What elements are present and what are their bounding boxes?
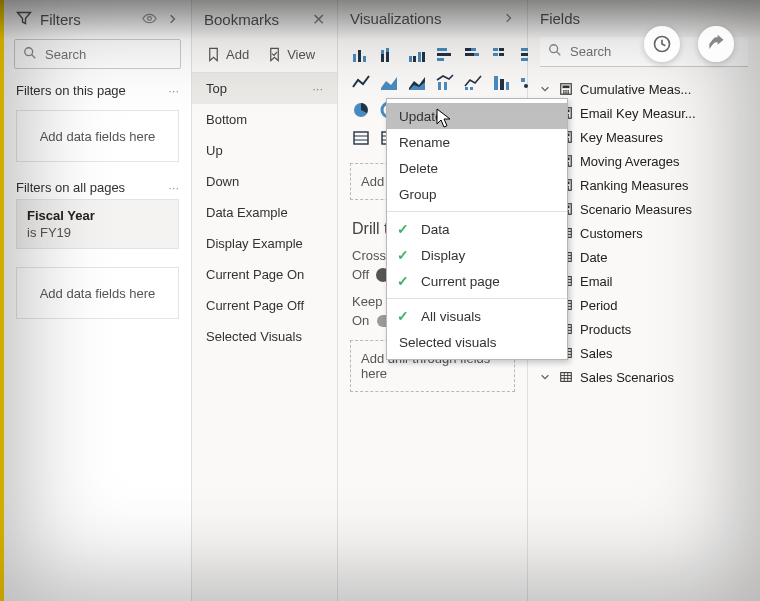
filters-all-pages-dropzone[interactable]: Add data fields here [16, 267, 179, 319]
viz-type-icon[interactable] [462, 43, 484, 65]
context-menu-label: Delete [399, 161, 438, 176]
field-label: Date [580, 250, 748, 265]
share-button[interactable] [698, 26, 734, 62]
context-menu-label: Data [421, 222, 450, 237]
viz-type-icon[interactable] [406, 71, 428, 93]
viz-type-icon[interactable] [350, 127, 372, 149]
context-menu-label: Group [399, 187, 437, 202]
filters-this-page-dropzone[interactable]: Add data fields here [16, 110, 179, 162]
bookmarks-title: Bookmarks [204, 11, 312, 28]
context-menu-item[interactable]: ✓Current page [387, 268, 567, 294]
funnel-icon [16, 10, 32, 29]
svg-rect-34 [506, 82, 509, 90]
svg-rect-19 [465, 53, 474, 56]
svg-rect-28 [438, 82, 441, 90]
filters-search[interactable] [14, 39, 181, 69]
filters-search-input[interactable] [43, 46, 215, 63]
svg-rect-51 [354, 132, 368, 144]
bookmark-item-label: Data Example [206, 205, 288, 220]
viz-type-icon[interactable] [490, 43, 512, 65]
context-menu-item[interactable]: Group [387, 181, 567, 207]
svg-rect-31 [470, 87, 473, 90]
viz-type-icon[interactable] [378, 43, 400, 65]
bookmark-item[interactable]: Display Example [192, 228, 337, 259]
viz-type-icon[interactable] [350, 99, 372, 121]
svg-rect-33 [500, 79, 504, 90]
svg-rect-13 [422, 52, 425, 62]
field-label: Key Measures [580, 130, 748, 145]
svg-rect-6 [381, 54, 384, 62]
context-menu-item[interactable]: Rename [387, 129, 567, 155]
viz-type-icon[interactable] [434, 43, 456, 65]
context-menu-item[interactable]: ✓All visuals [387, 303, 567, 329]
search-icon [23, 46, 37, 63]
field-table-row[interactable]: Sales Scenarios [534, 365, 754, 389]
context-menu-item[interactable]: Selected visuals [387, 329, 567, 355]
expand-chevron-icon[interactable] [503, 10, 515, 27]
svg-rect-16 [437, 58, 444, 61]
bookmark-item[interactable]: Top··· [192, 73, 337, 104]
bookmark-item-label: Current Page On [206, 267, 304, 282]
eye-icon[interactable] [142, 11, 157, 29]
watch-later-button[interactable] [644, 26, 680, 62]
svg-rect-4 [358, 50, 361, 62]
field-label: Customers [580, 226, 748, 241]
more-icon[interactable]: ··· [168, 180, 179, 195]
fields-title: Fields [540, 10, 748, 27]
svg-point-0 [148, 16, 152, 20]
expand-chevron-icon[interactable] [167, 11, 179, 28]
bookmark-context-menu: UpdateRenameDeleteGroup✓Data✓Display✓Cur… [386, 98, 568, 360]
svg-point-69 [567, 90, 569, 92]
bookmark-view-button[interactable]: View [267, 47, 315, 62]
svg-point-1 [25, 47, 33, 55]
bookmark-item[interactable]: Bottom [192, 104, 337, 135]
field-label: Sales Scenarios [580, 370, 748, 385]
context-menu-label: All visuals [421, 309, 481, 324]
bookmark-item[interactable]: Current Page On [192, 259, 337, 290]
context-menu-item[interactable]: Update [387, 103, 567, 129]
svg-rect-3 [353, 54, 356, 62]
bookmark-item[interactable]: Current Page Off [192, 290, 337, 321]
bookmark-item-label: Top [206, 81, 227, 96]
bookmark-item[interactable]: Data Example [192, 197, 337, 228]
context-menu-item[interactable]: Delete [387, 155, 567, 181]
filters-title: Filters [40, 11, 142, 28]
svg-rect-35 [521, 78, 525, 82]
svg-rect-15 [437, 53, 451, 56]
bookmark-item[interactable]: Up [192, 135, 337, 166]
viz-type-icon[interactable] [490, 71, 512, 93]
viz-type-icon[interactable] [350, 71, 372, 93]
field-label: Moving Averages [580, 154, 748, 169]
field-label: Products [580, 322, 748, 337]
visualizations-title: Visualizations [350, 10, 503, 27]
svg-rect-143 [561, 373, 572, 382]
more-icon[interactable]: ··· [168, 83, 179, 98]
svg-point-72 [567, 92, 569, 94]
svg-point-71 [565, 92, 567, 94]
cross-report-value: Off [352, 267, 369, 282]
context-menu-label: Selected visuals [399, 335, 497, 350]
more-icon[interactable]: ··· [312, 81, 323, 96]
context-menu-item[interactable]: ✓Data [387, 216, 567, 242]
svg-rect-23 [493, 53, 498, 56]
bookmark-add-button[interactable]: Add [206, 47, 249, 62]
viz-type-icon[interactable] [434, 71, 456, 93]
svg-rect-12 [418, 52, 421, 62]
bookmark-item[interactable]: Down [192, 166, 337, 197]
filters-pane: Filters Filters on this page ··· Add dat… [0, 0, 192, 601]
close-icon[interactable]: ✕ [312, 10, 325, 29]
context-menu-item[interactable]: ✓Display [387, 242, 567, 268]
check-icon: ✓ [397, 273, 409, 289]
bookmark-item[interactable]: Selected Visuals [192, 321, 337, 352]
svg-rect-9 [386, 48, 389, 52]
viz-type-icon[interactable] [462, 71, 484, 93]
svg-rect-66 [563, 86, 570, 89]
svg-rect-7 [381, 50, 384, 54]
context-menu-label: Rename [399, 135, 450, 150]
field-label: Cumulative Meas... [580, 82, 748, 97]
bookmark-item-label: Bottom [206, 112, 247, 127]
viz-type-icon[interactable] [378, 71, 400, 93]
viz-type-icon[interactable] [406, 43, 428, 65]
viz-type-icon[interactable] [350, 43, 372, 65]
filter-card-fiscal-year[interactable]: Fiscal Year is FY19 [16, 199, 179, 249]
